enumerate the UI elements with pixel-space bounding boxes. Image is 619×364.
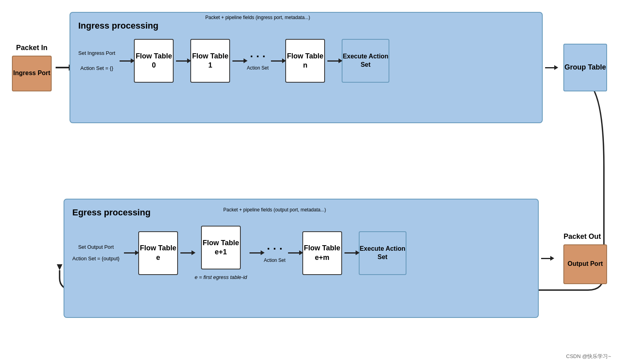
egress-footnote: e = first egress table-id [195, 274, 247, 280]
arrow-line-0 [120, 60, 132, 62]
arrow-2 [232, 60, 244, 62]
arrow-0 [120, 60, 132, 62]
group-table: Group Table [563, 44, 607, 91]
egress-action-set-label: Action Set [264, 258, 286, 264]
flow-table-e1: Flow Table e+1 [201, 226, 241, 269]
egress-middle-section: Packet + pipeline fields (output port, m… [264, 242, 286, 264]
ingress-processing-box: Ingress processing Set Ingress Port Acti… [70, 12, 543, 123]
arrow-1 [176, 60, 188, 62]
egress-arrow-3 [288, 252, 300, 254]
egress-arrow-0 [124, 252, 136, 254]
ingress-set-labels: Set Ingress Port Action Set = {} [78, 50, 115, 72]
flow-table-1: Flow Table 1 [190, 39, 230, 83]
egress-set-labels: Set Output Port Action Set = {output} [72, 244, 120, 262]
arrow-line-3 [271, 60, 283, 62]
set-ingress-port-label: Set Ingress Port [78, 50, 115, 57]
egress-section: Egress processing Set Output Port Action… [12, 199, 607, 318]
egress-arrow-line-0 [124, 252, 136, 254]
egress-out-arrow [541, 258, 551, 259]
flow-table-em: Flow Table e+m [302, 231, 342, 275]
ingress-section: Packet In Ingress Port Ingress processin… [12, 12, 607, 123]
egress-arrow-2 [250, 252, 261, 254]
ingress-title: Ingress processing [78, 21, 534, 31]
arrow-3 [271, 60, 283, 62]
packet-pipeline-egress: Packet + pipeline fields (output port, m… [223, 207, 326, 213]
egress-out-arrow-line [541, 258, 551, 259]
ingress-port-box: Ingress Port [12, 56, 52, 91]
egress-arrow-1 [180, 252, 192, 254]
packet-out-right: Packet Out Output Port [557, 232, 607, 284]
flow-table-e1-wrapper: Flow Table e+1 e = first egress table-id [195, 226, 247, 280]
middle-section: Packet + pipeline fields (ingress port, … [247, 50, 269, 72]
egress-arrow-line-1 [180, 252, 192, 254]
flow-table-e: Flow Table e [138, 231, 178, 275]
egress-dots-row: · · · [264, 242, 286, 255]
arrow-line-2 [232, 60, 244, 62]
ingress-arrow [56, 67, 70, 68]
arrow-4 [327, 60, 339, 62]
main-diagram: Packet In Ingress Port Ingress processin… [0, 0, 619, 364]
dots-row: · · · [247, 50, 269, 63]
watermark: CSDN @快乐学习~ [566, 353, 611, 360]
egress-dots: · · · [267, 242, 282, 255]
action-set-output-label: Action Set = {output} [72, 255, 120, 262]
packet-pipeline-ingress: Packet + pipeline fields (ingress port, … [205, 14, 310, 21]
ingress-arrow-line [56, 67, 70, 68]
arrow-to-group [545, 67, 555, 68]
execute-action-set-egress: Execute Action Set [359, 231, 406, 275]
ingress-left: Packet In Ingress Port [12, 44, 52, 91]
arrow-line-4 [327, 60, 339, 62]
egress-arrow-line-2 [250, 252, 261, 254]
ingress-flow-row: Set Ingress Port Action Set = {} Flow Ta… [78, 39, 534, 83]
output-port-box: Output Port [563, 244, 607, 284]
egress-flow-row: Set Output Port Action Set = {output} Fl… [72, 226, 530, 280]
arrow-line-group [545, 67, 555, 68]
action-set-mid-label: Action Set [247, 65, 269, 72]
action-set-empty-label: Action Set = {} [80, 65, 113, 72]
egress-arrow-4 [344, 252, 356, 254]
arrow-line-1 [176, 60, 188, 62]
egress-processing-box: Egress processing Set Output Port Action… [64, 199, 539, 318]
egress-arrow-line-4 [344, 252, 356, 254]
flow-table-n: Flow Table n [285, 39, 325, 83]
flow-table-0: Flow Table 0 [134, 39, 174, 83]
execute-action-set-ingress: Execute Action Set [342, 39, 389, 83]
set-output-port-label: Set Output Port [78, 244, 114, 251]
ingress-dots: · · · [250, 50, 265, 63]
packet-in-label: Packet In [16, 44, 47, 52]
packet-out-label: Packet Out [563, 232, 601, 241]
egress-arrow-line-3 [288, 252, 300, 254]
